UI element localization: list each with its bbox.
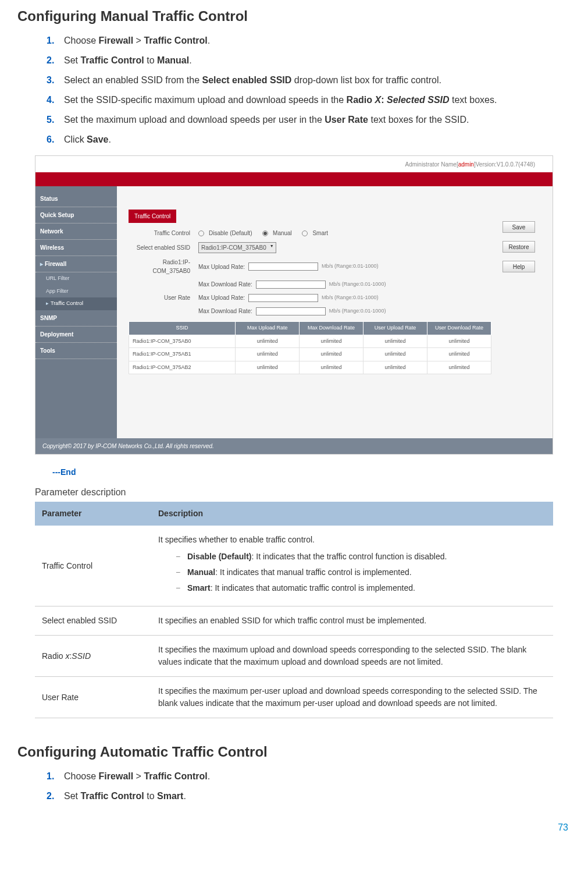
sidebar-item-tools[interactable]: Tools	[35, 343, 117, 359]
text: Traffic Control	[144, 771, 207, 781]
page-number: 73	[17, 821, 571, 835]
cell: unlimited	[427, 361, 491, 374]
text: .	[189, 55, 191, 65]
th: User Download Rate	[427, 322, 491, 335]
radio-label: Disable (Default)	[209, 229, 252, 237]
text: It specifies whether to enable traffic c…	[158, 534, 546, 546]
tab-traffic-control[interactable]: Traffic Control	[129, 210, 176, 223]
restore-button[interactable]: Restore	[503, 241, 535, 253]
radio-label: Smart	[312, 229, 328, 237]
text: Mb/s (Range:0.01-1000)	[322, 294, 379, 302]
admin-top-bar: Administrator Name[admin]Version:V1.0.0.…	[35, 156, 553, 172]
content-area: Traffic Control Save Restore Help Traffi…	[117, 186, 553, 438]
user-upload-input[interactable]	[248, 294, 318, 302]
text: Firewall	[99, 36, 134, 45]
text: Max Download Rate:	[198, 307, 252, 315]
auto-step-2: Set Traffic Control to Smart.	[47, 789, 571, 803]
list-item: −Smart: It indicates that automatic traf…	[158, 582, 546, 594]
text: Set	[64, 55, 80, 65]
table-row: Select enabled SSID It specifies an enab…	[35, 606, 553, 636]
table-row: Radio1:IP-COM_375AB1unlimitedunlimitedun…	[129, 348, 491, 361]
sidebar-item-firewall[interactable]: ▸Firewall	[35, 256, 117, 272]
text: text boxes for the SSID.	[368, 115, 469, 125]
sidebar-sub-url-filter[interactable]: URL Filter	[35, 272, 117, 285]
sidebar-item-quick-setup[interactable]: Quick Setup	[35, 207, 117, 224]
text: Save	[87, 134, 108, 144]
list-item: −Disable (Default): It indicates that th…	[158, 551, 546, 563]
admin-ui-screenshot: Administrator Name[admin]Version:V1.0.0.…	[35, 155, 553, 455]
table-row: Radio1:IP-COM_375AB2unlimitedunlimitedun…	[129, 361, 491, 374]
table-row: User Rate It specifies the maximum per-u…	[35, 677, 553, 718]
copyright: Copyright© 2017 by IP-COM Networks Co.,L…	[35, 438, 553, 454]
text: Traffic Control	[51, 300, 83, 306]
max-upload-input[interactable]	[248, 262, 318, 271]
th: Max Upload Rate	[236, 322, 300, 335]
text: >	[133, 36, 144, 45]
steps-manual: Choose Firewall > Traffic Control. Set T…	[47, 34, 571, 147]
sidebar-item-status[interactable]: Status	[35, 191, 117, 207]
text: Traffic Control	[80, 791, 144, 801]
text: to	[144, 791, 157, 801]
text: Set the SSID-specific maximum upload and…	[64, 95, 347, 105]
cell: Traffic Control	[35, 526, 151, 606]
text: Set	[64, 791, 80, 801]
cell: unlimited	[236, 348, 300, 361]
list-item: −Manual: It indicates that manual traffi…	[158, 566, 546, 579]
radio-manual[interactable]	[262, 230, 268, 236]
text: Traffic Control	[144, 36, 207, 45]
text: User Rate	[325, 115, 368, 125]
text: >	[133, 771, 144, 781]
cell: unlimited	[427, 335, 491, 348]
cell: It specifies the maximum upload and down…	[151, 636, 553, 677]
text: Max Download Rate:	[198, 280, 252, 289]
sidebar-sub-traffic-control[interactable]: ▸Traffic Control	[35, 297, 117, 310]
max-download-input[interactable]	[256, 281, 326, 289]
radio-smart[interactable]	[302, 230, 308, 236]
text: Select enabled SSID	[202, 75, 291, 85]
table-row: Traffic Control It specifies whether to …	[35, 526, 553, 606]
label-user-rate: User Rate	[129, 293, 198, 302]
text: Set the maximum upload and download spee…	[64, 115, 325, 125]
sidebar-item-wireless[interactable]: Wireless	[35, 240, 117, 256]
cell: Radio1:IP-COM_375AB0	[129, 335, 236, 348]
cell: Radio1:IP-COM_375AB2	[129, 361, 236, 374]
sidebar-sub-app-filter[interactable]: App Filter	[35, 285, 117, 298]
cell: unlimited	[300, 335, 364, 348]
sidebar-item-snmp[interactable]: SNMP	[35, 310, 117, 327]
steps-auto: Choose Firewall > Traffic Control. Set T…	[47, 769, 571, 803]
auto-step-1: Choose Firewall > Traffic Control.	[47, 769, 571, 783]
save-button[interactable]: Save	[503, 221, 535, 233]
text: Mb/s (Range:0.01-1000)	[322, 262, 379, 271]
label-radio-ssid: Radio1:IP-COM_375AB0	[129, 258, 198, 275]
help-button[interactable]: Help	[503, 261, 535, 272]
cell: unlimited	[300, 361, 364, 374]
text: Max Upload Rate:	[198, 262, 245, 271]
text: Choose	[64, 771, 99, 781]
param-table: Parameter Description Traffic Control It…	[35, 502, 553, 718]
select-ssid-dropdown[interactable]: Radio1:IP-COM_375AB0	[198, 242, 276, 253]
step-5: Set the maximum upload and download spee…	[47, 113, 571, 127]
sidebar-item-deployment[interactable]: Deployment	[35, 327, 117, 343]
text: Manual	[157, 55, 189, 65]
cell: Radio x:SSID	[35, 636, 151, 677]
user-download-input[interactable]	[256, 307, 326, 315]
heading-auto: Configuring Automatic Traffic Control	[17, 742, 571, 762]
text: ]Version:V1.0.0.7(4748)	[474, 160, 535, 169]
radio-disable[interactable]	[198, 230, 204, 236]
end-marker: ---End	[52, 466, 571, 478]
step-6: Click Save.	[47, 133, 571, 147]
heading-manual: Configuring Manual Traffic Control	[17, 6, 571, 27]
text: .	[208, 36, 210, 45]
text: Select an enabled SSID from the	[64, 75, 202, 85]
sidebar-item-network[interactable]: Network	[35, 224, 117, 240]
text: Firewall	[45, 261, 66, 267]
label-select-ssid: Select enabled SSID	[129, 243, 198, 252]
text: Max Upload Rate:	[198, 293, 245, 302]
cell: It specifies the maximum per-user upload…	[151, 677, 553, 718]
text: .	[183, 791, 186, 801]
cell: unlimited	[364, 348, 427, 361]
text: .	[108, 134, 111, 144]
text: Selected SSID	[387, 95, 450, 105]
step-3: Select an enabled SSID from the Select e…	[47, 73, 571, 87]
text: text boxes.	[450, 95, 497, 105]
